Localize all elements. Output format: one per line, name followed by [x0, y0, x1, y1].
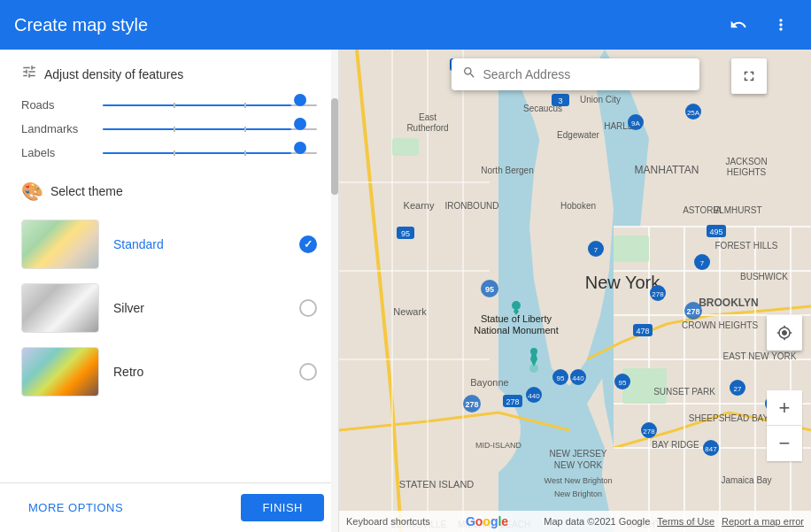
theme-name-standard: Standard	[113, 237, 285, 251]
svg-rect-24	[392, 138, 419, 156]
svg-text:478: 478	[636, 327, 649, 335]
svg-text:EAST NEW YORK: EAST NEW YORK	[723, 351, 797, 361]
theme-item-silver[interactable]: Silver	[21, 280, 317, 336]
landmarks-track	[103, 128, 317, 130]
labels-slider[interactable]	[103, 152, 317, 154]
svg-text:FOREST HILLS: FOREST HILLS	[715, 241, 778, 251]
svg-text:New Brighton: New Brighton	[554, 490, 602, 498]
more-options-header-button[interactable]	[765, 9, 797, 41]
svg-text:Bayonne: Bayonne	[470, 377, 508, 388]
theme-header: 🎨 Select theme	[21, 181, 317, 202]
main-content: Adjust density of features Roads	[0, 50, 811, 532]
scroll-bar[interactable]	[331, 50, 338, 532]
header-actions	[722, 9, 797, 41]
labels-fill	[103, 152, 291, 154]
my-location-button[interactable]	[767, 315, 802, 351]
landmarks-slider-row: Landmarks	[21, 122, 317, 135]
left-panel: Adjust density of features Roads	[0, 50, 339, 532]
theme-radio-silver[interactable]	[299, 299, 317, 317]
scroll-thumb[interactable]	[331, 98, 338, 195]
svg-text:495: 495	[709, 227, 722, 236]
theme-thumbnail-retro	[21, 347, 99, 397]
map-footer: Keyboard shortcuts Google Map data ©2021…	[339, 511, 811, 532]
theme-title: Select theme	[50, 184, 123, 198]
google-logo: Google	[466, 514, 508, 528]
more-options-button[interactable]: MORE OPTIONS	[14, 494, 137, 521]
svg-text:440: 440	[528, 392, 540, 400]
theme-section: 🎨 Select theme Standard Silver	[21, 181, 317, 400]
svg-point-32	[530, 348, 537, 355]
svg-text:STATEN ISLAND: STATEN ISLAND	[399, 479, 475, 490]
svg-text:MANHATTAN: MANHATTAN	[635, 164, 699, 176]
theme-name-silver: Silver	[113, 301, 285, 315]
page-title: Create map style	[14, 15, 722, 35]
svg-text:95: 95	[485, 285, 494, 294]
theme-radio-standard[interactable]	[299, 235, 317, 253]
svg-text:3: 3	[558, 96, 562, 105]
svg-text:Edgewater: Edgewater	[557, 130, 599, 140]
zoom-in-button[interactable]: +	[767, 390, 802, 426]
zoom-out-button[interactable]: −	[767, 426, 802, 461]
svg-text:National Monument: National Monument	[474, 325, 558, 335]
svg-rect-22	[614, 235, 649, 262]
landmarks-slider[interactable]	[103, 128, 317, 130]
theme-thumbnail-standard	[21, 220, 99, 269]
report-link[interactable]: Report a map error	[722, 516, 804, 527]
map-area[interactable]: 95 278 278 Kearny East Rutherford Newark…	[339, 50, 811, 532]
roads-slider[interactable]	[103, 104, 317, 106]
search-input[interactable]	[483, 67, 689, 81]
landmarks-tick2	[244, 127, 246, 132]
theme-thumbnail-silver	[21, 283, 99, 333]
svg-text:NEW JERSEY: NEW JERSEY	[549, 449, 606, 459]
undo-button[interactable]	[722, 9, 754, 41]
keyboard-shortcuts[interactable]: Keyboard shortcuts	[346, 516, 430, 527]
svg-text:NEW YORK: NEW YORK	[554, 460, 603, 470]
labels-track	[103, 152, 317, 154]
density-header: Adjust density of features	[21, 64, 317, 84]
svg-text:Statue of Liberty: Statue of Liberty	[481, 313, 552, 324]
map-search-bar[interactable]	[452, 58, 699, 90]
svg-point-109	[512, 301, 521, 310]
theme-item-retro[interactable]: Retro	[21, 343, 317, 400]
roads-thumb[interactable]	[294, 94, 306, 106]
roads-tick2	[244, 103, 246, 108]
theme-name-retro: Retro	[113, 365, 285, 379]
svg-rect-23	[622, 368, 667, 404]
svg-text:9A: 9A	[631, 120, 640, 127]
landmarks-tick1	[174, 127, 175, 132]
svg-text:278: 278	[652, 290, 664, 298]
labels-tick1	[174, 150, 175, 156]
theme-item-standard[interactable]: Standard	[21, 216, 317, 273]
svg-text:ELMHURST: ELMHURST	[713, 205, 761, 215]
panel-scroll-area[interactable]: Adjust density of features Roads	[0, 50, 338, 482]
terms-link[interactable]: Terms of Use	[657, 516, 714, 527]
svg-text:847: 847	[705, 445, 717, 453]
theme-radio-retro[interactable]	[299, 363, 317, 381]
svg-text:27: 27	[734, 385, 742, 393]
svg-text:HEIGHTS: HEIGHTS	[727, 167, 767, 177]
labels-slider-row: Labels	[21, 146, 317, 159]
finish-button[interactable]: FINISH	[241, 494, 324, 521]
svg-text:BAY RIDGE: BAY RIDGE	[652, 440, 699, 450]
svg-text:New York: New York	[585, 273, 660, 292]
app-header: Create map style	[0, 0, 811, 50]
labels-label: Labels	[21, 146, 92, 159]
svg-text:Newark: Newark	[393, 306, 427, 317]
svg-text:25A: 25A	[687, 109, 700, 117]
landmarks-thumb[interactable]	[294, 118, 306, 130]
svg-text:JACKSON: JACKSON	[725, 157, 767, 166]
density-title: Adjust density of features	[44, 67, 183, 81]
expand-map-button[interactable]	[731, 58, 767, 94]
svg-text:West New Brighton: West New Brighton	[545, 476, 613, 485]
svg-text:BROOKLYN: BROOKLYN	[699, 297, 759, 309]
density-icon	[21, 64, 37, 84]
svg-text:278: 278	[643, 428, 655, 436]
roads-tick1	[174, 103, 175, 108]
svg-text:Kearny: Kearny	[404, 200, 435, 211]
density-section: Adjust density of features Roads	[21, 64, 317, 159]
svg-text:CROWN HEIGHTS: CROWN HEIGHTS	[682, 320, 758, 330]
roads-fill	[103, 104, 291, 106]
labels-tick2	[244, 150, 246, 156]
labels-thumb[interactable]	[294, 142, 306, 154]
svg-text:440: 440	[572, 374, 584, 382]
